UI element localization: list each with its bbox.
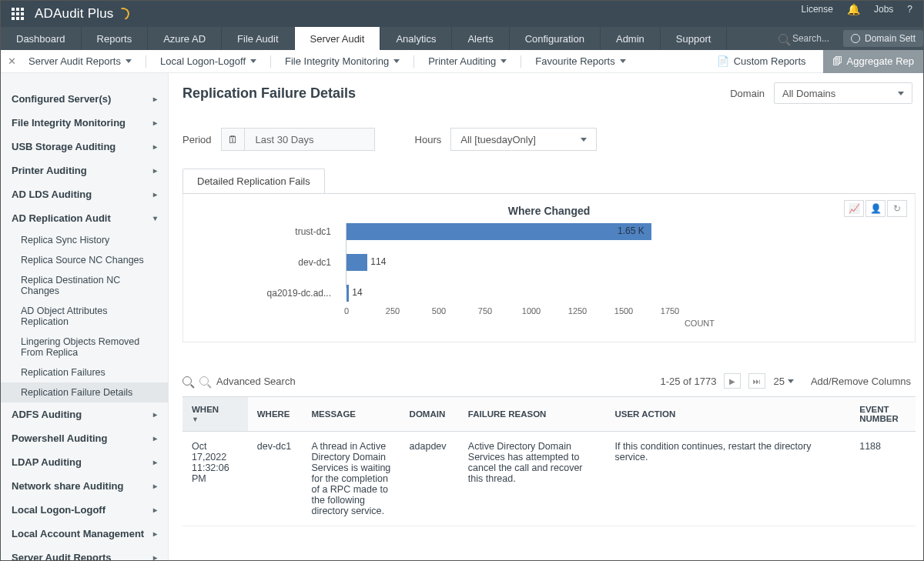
cell-when: Oct 17,2022 11:32:06 PM bbox=[182, 432, 248, 526]
custom-reports-button[interactable]: 📄 Custom Reports bbox=[708, 50, 815, 73]
main-nav: DashboardReportsAzure ADFile AuditServer… bbox=[1, 27, 923, 50]
search-icon[interactable] bbox=[182, 376, 192, 386]
nav-server-audit[interactable]: Server Audit bbox=[295, 27, 381, 50]
app-launcher-icon[interactable] bbox=[12, 8, 24, 20]
sidebar-item-replication-failures[interactable]: Replication Failures bbox=[1, 362, 168, 382]
page-size-select[interactable]: 25 bbox=[773, 376, 793, 387]
nav-dashboard[interactable]: Dashboard bbox=[1, 27, 82, 50]
table-toolbar: Advanced Search 1-25 of 1773 ▶ ⏭ 25 Add/… bbox=[182, 373, 916, 389]
nav-configuration[interactable]: Configuration bbox=[510, 27, 601, 50]
domain-settings-button[interactable]: Domain Sett bbox=[843, 30, 923, 47]
chevron-right-icon: ▸ bbox=[153, 119, 157, 127]
bar-category-label: dev-dc1 bbox=[192, 257, 339, 268]
cell-where: dev-dc1 bbox=[248, 432, 303, 526]
period-value[interactable]: Last 30 Days bbox=[244, 128, 375, 151]
col-failure-reason[interactable]: FAILURE REASON bbox=[459, 397, 606, 432]
chart-card: 📈 👤 ↻ Where Changed trust-dc11.65 Kdev-d… bbox=[182, 194, 916, 342]
nav-support[interactable]: Support bbox=[661, 27, 728, 50]
sidebar-item-replica-destination-nc-changes[interactable]: Replica Destination NC Changes bbox=[1, 270, 168, 301]
sidebar-group-local-account-management[interactable]: Local Account Management▸ bbox=[1, 522, 168, 546]
chevron-right-icon: ▸ bbox=[153, 529, 157, 538]
sidebar-group-ad-lds-auditing[interactable]: AD LDS Auditing▸ bbox=[1, 182, 168, 206]
sidebar-group-ldap-auditing[interactable]: LDAP Auditing▸ bbox=[1, 450, 168, 474]
aggregate-reports-button[interactable]: 🗐 Aggregate Rep bbox=[823, 50, 923, 73]
nav-alerts[interactable]: Alerts bbox=[452, 27, 509, 50]
search-placeholder: Search... bbox=[792, 33, 829, 44]
secnav-file-integrity-monitoring[interactable]: File Integrity Monitoring bbox=[274, 55, 410, 67]
page-last-icon[interactable]: ⏭ bbox=[748, 373, 765, 389]
sidebar-item-replica-sync-history[interactable]: Replica Sync History bbox=[1, 230, 168, 250]
cell-message: A thread in Active Directory Domain Serv… bbox=[303, 432, 400, 526]
col-when[interactable]: WHEN▼ bbox=[182, 397, 248, 432]
page-next-icon[interactable]: ▶ bbox=[724, 373, 741, 389]
chevron-right-icon: ▸ bbox=[153, 506, 157, 514]
nav-admin[interactable]: Admin bbox=[601, 27, 661, 50]
axis-tick: 1000 bbox=[522, 306, 541, 316]
search-clear-icon[interactable] bbox=[199, 376, 209, 386]
sidebar-group-network-share-auditing[interactable]: Network share Auditing▸ bbox=[1, 474, 168, 498]
secnav-favourite-reports[interactable]: Favourite Reports bbox=[524, 55, 636, 67]
cell-domain: adapdev bbox=[400, 432, 459, 526]
col-event-number[interactable]: EVENT NUMBER bbox=[850, 397, 916, 432]
sidebar-group-configured-server-s-[interactable]: Configured Server(s)▸ bbox=[1, 87, 168, 111]
chevron-down-icon bbox=[898, 92, 904, 95]
sidebar-group-powershell-auditing[interactable]: Powershell Auditing▸ bbox=[1, 426, 168, 450]
axis-tick: 1750 bbox=[661, 306, 679, 316]
axis-tick: 1250 bbox=[568, 306, 587, 316]
hours-value: All [tuesdayOnly] bbox=[460, 134, 536, 145]
license-link[interactable]: License bbox=[802, 4, 833, 15]
global-search[interactable]: Search... bbox=[778, 33, 829, 44]
sidebar-group-adfs-auditing[interactable]: ADFS Auditing▸ bbox=[1, 402, 168, 426]
sidebar-group-local-logon-logoff[interactable]: Local Logon-Logoff▸ bbox=[1, 498, 168, 522]
sidebar-group-printer-auditing[interactable]: Printer Auditing▸ bbox=[1, 159, 168, 182]
secnav-server-audit-reports[interactable]: Server Audit Reports bbox=[18, 55, 142, 67]
nav-reports[interactable]: Reports bbox=[82, 27, 149, 50]
sidebar-group-file-integrity-monitoring[interactable]: File Integrity Monitoring▸ bbox=[1, 111, 168, 135]
sidebar-group-server-audit-reports[interactable]: Server Audit Reports▸ bbox=[1, 546, 168, 561]
hours-label: Hours bbox=[415, 134, 442, 145]
sidebar-item-replication-failure-details[interactable]: Replication Failure Details bbox=[1, 382, 168, 402]
col-where[interactable]: WHERE bbox=[248, 397, 303, 432]
add-remove-columns-link[interactable]: Add/Remove Columns bbox=[811, 376, 911, 387]
bar-qa2019-dc.ad...: qa2019-dc.ad...14 bbox=[346, 285, 824, 302]
chevron-down-icon bbox=[393, 59, 400, 63]
period-label: Period bbox=[182, 134, 212, 145]
chart-user-icon[interactable]: 👤 bbox=[865, 200, 886, 217]
product-title: ADAudit Plus bbox=[35, 6, 129, 22]
domain-select[interactable]: All Domains bbox=[774, 82, 912, 104]
report-icon: 📄 bbox=[717, 55, 729, 67]
axis-tick: 500 bbox=[432, 306, 446, 316]
cell-event_number: 1188 bbox=[850, 432, 916, 526]
sidebar-item-replica-source-nc-changes[interactable]: Replica Source NC Changes bbox=[1, 250, 168, 270]
pin-icon[interactable]: ✕ bbox=[5, 55, 18, 67]
secnav-printer-auditing[interactable]: Printer Auditing bbox=[417, 55, 517, 67]
table-row[interactable]: Oct 17,2022 11:32:06 PMdev-dc1A thread i… bbox=[182, 432, 916, 526]
secnav-local-logon-logoff[interactable]: Local Logon-Logoff bbox=[149, 55, 267, 67]
chart-refresh-icon[interactable]: ↻ bbox=[887, 200, 907, 217]
hours-select[interactable]: All [tuesdayOnly] bbox=[450, 128, 597, 151]
jobs-link[interactable]: Jobs bbox=[874, 4, 893, 15]
advanced-search-link[interactable]: Advanced Search bbox=[216, 376, 296, 387]
table-range: 1-25 of 1773 bbox=[660, 376, 716, 387]
sidebar-item-ad-object-attributes-replication[interactable]: AD Object Attributes Replication bbox=[1, 301, 168, 332]
domain-label: Domain bbox=[730, 88, 765, 99]
nav-azure-ad[interactable]: Azure AD bbox=[148, 27, 222, 50]
help-link[interactable]: ? bbox=[907, 4, 912, 15]
nav-file-audit[interactable]: File Audit bbox=[222, 27, 294, 50]
notifications-icon[interactable]: 🔔 bbox=[847, 3, 860, 15]
chevron-down-icon bbox=[620, 59, 626, 63]
col-user-action[interactable]: USER ACTION bbox=[605, 397, 850, 432]
chart-axis: COUNT 02505007501000125015001750 bbox=[346, 305, 670, 323]
col-domain[interactable]: DOMAIN bbox=[400, 397, 459, 432]
nav-analytics[interactable]: Analytics bbox=[380, 27, 452, 50]
custom-reports-label: Custom Reports bbox=[734, 55, 806, 67]
sidebar-group-usb-storage-auditing[interactable]: USB Storage Auditing▸ bbox=[1, 135, 168, 159]
chart-add-icon[interactable]: 📈 bbox=[844, 200, 864, 217]
sidebar-item-lingering-objects-removed-from-replica[interactable]: Lingering Objects Removed From Replica bbox=[1, 332, 168, 362]
calendar-icon[interactable]: 🗓 bbox=[221, 128, 244, 151]
col-message[interactable]: MESSAGE bbox=[303, 397, 400, 432]
sidebar-group-ad-replication-audit[interactable]: AD Replication Audit▾ bbox=[1, 206, 168, 230]
axis-label: COUNT bbox=[685, 319, 715, 328]
chevron-right-icon: ▸ bbox=[153, 142, 157, 151]
tab-detailed-fails[interactable]: Detailed Replication Fails bbox=[182, 169, 325, 193]
